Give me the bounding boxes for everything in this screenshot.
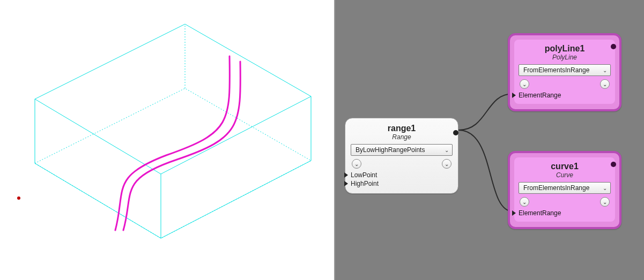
node-subtitle: Range [350,133,454,141]
origin-marker [17,196,20,200]
viewport-3d[interactable] [0,0,335,280]
input-port-highpoint[interactable]: HighPoint [350,179,454,188]
chevron-down-icon: ⌄ [603,185,607,191]
expand-inputs-button[interactable]: ⌄ [352,159,361,169]
input-port-elementrange[interactable]: ElementRange [517,91,612,100]
port-arrow-icon [512,93,516,98]
node-title: polyLine1 [517,43,612,54]
result-curves [115,56,240,230]
node-method-dropdown[interactable]: FromElementsInRange ⌄ [519,64,611,76]
expand-inputs-button[interactable]: ⌄ [520,79,529,89]
port-label: HighPoint [351,180,379,187]
expand-outputs-button[interactable]: ⌄ [442,159,451,169]
port-arrow-icon [512,210,516,216]
node-polyline1[interactable]: polyLine1 PolyLine FromElementsInRange ⌄… [508,33,621,111]
port-label: ElementRange [519,92,561,99]
node-curve1[interactable]: curve1 Curve FromElementsInRange ⌄ ⌄ ⌄ E… [508,151,621,229]
node-subtitle: PolyLine [517,54,612,61]
node-subtitle: Curve [517,171,612,179]
node-graph-canvas[interactable]: range1 Range ByLowHighRangePoints ⌄ ⌄ ⌄ … [335,0,644,280]
node-method-dropdown[interactable]: ByLowHighRangePoints ⌄ [351,144,453,156]
chevron-down-icon: ⌄ [603,67,607,73]
input-port-lowpoint[interactable]: LowPoint [350,171,454,179]
port-arrow-icon [344,181,348,186]
expand-inputs-button[interactable]: ⌄ [520,197,529,207]
node-title: curve1 [517,161,612,171]
dropdown-value: FromElementsInRange [523,66,589,74]
expand-outputs-button[interactable]: ⌄ [600,197,610,207]
svg-line-4 [35,163,161,238]
node-range1[interactable]: range1 Range ByLowHighRangePoints ⌄ ⌄ ⌄ … [345,118,458,194]
viewport-canvas [0,0,335,280]
dropdown-value: FromElementsInRange [523,184,589,192]
node-method-dropdown[interactable]: FromElementsInRange ⌄ [519,182,611,194]
dropdown-value: ByLowHighRangePoints [356,146,425,154]
port-arrow-icon [344,172,348,178]
expand-outputs-button[interactable]: ⌄ [600,79,610,89]
svg-line-5 [161,161,311,238]
input-port-elementrange[interactable]: ElementRange [517,209,612,217]
port-label: LowPoint [351,171,377,179]
chevron-down-icon: ⌄ [445,147,449,153]
node-curve1-output-port[interactable] [611,162,616,167]
bounding-box-wireframe [35,24,311,238]
port-label: ElementRange [519,209,561,217]
node-polyline1-output-port[interactable] [611,44,616,49]
node-range1-output-port[interactable] [453,130,458,135]
node-title: range1 [350,123,454,133]
